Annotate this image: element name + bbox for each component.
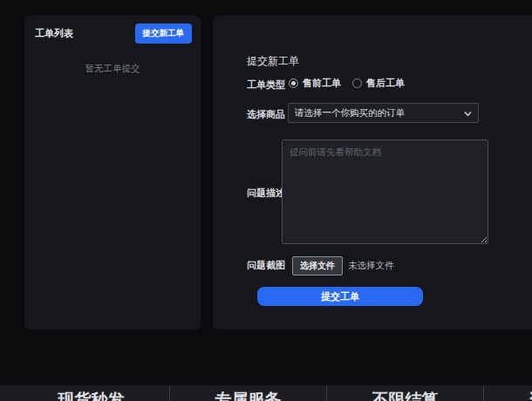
ticket-list-empty-text: 暂无工单提交 (24, 51, 201, 75)
new-ticket-button[interactable]: 提交新工单 (135, 24, 193, 44)
ticket-list-header: 工单列表 提交新工单 (24, 16, 201, 51)
product-select-label: 选择商品 (247, 108, 285, 121)
chevron-down-icon (464, 111, 472, 117)
radio-presale-ticket[interactable]: 售前工单 (289, 77, 341, 90)
radio-button-icon[interactable] (289, 78, 298, 88)
footer-heading: 现货秒发 (13, 391, 169, 401)
radio-presale-label: 售前工单 (303, 77, 341, 90)
ticket-list-panel: 工单列表 提交新工单 暂无工单提交 (24, 16, 201, 330)
description-textarea[interactable] (282, 139, 488, 244)
footer-feature-funds-safety: 资金安全 (484, 385, 532, 401)
footer-feature-unlimited-settlement: 不限结算 (327, 385, 484, 401)
file-upload-control: 选择文件 未选择文件 (292, 256, 394, 275)
submit-ticket-button[interactable]: 提交工单 (257, 287, 423, 306)
ticket-form-panel: 提交新工单 工单类型 售前工单 售后工单 选择商品 请选择一个你购买的的订单 问… (213, 16, 532, 330)
footer-feature-instant-delivery: 现货秒发 (13, 385, 170, 401)
radio-aftersale-label: 售后工单 (366, 77, 405, 90)
ticket-type-radio-group: 售前工单 售后工单 (289, 77, 405, 90)
radio-aftersale-ticket[interactable]: 售后工单 (352, 77, 405, 90)
product-select-value: 请选择一个你购买的的订单 (295, 107, 405, 119)
screenshot-label: 问题截图 (247, 259, 285, 272)
no-file-selected-text: 未选择文件 (348, 260, 394, 272)
description-label: 问题描述 (247, 187, 285, 200)
form-title: 提交新工单 (247, 54, 299, 69)
footer-heading: 资金安全 (484, 391, 532, 401)
choose-file-button[interactable]: 选择文件 (292, 256, 343, 275)
footer-heading: 专属服务 (170, 391, 326, 401)
footer-feature-dedicated-service: 专属服务 (170, 385, 327, 401)
footer-heading: 不限结算 (327, 391, 483, 401)
product-select[interactable]: 请选择一个你购买的的订单 (288, 103, 479, 123)
footer-feature-bar: 现货秒发 专属服务 不限结算 资金安全 (0, 385, 532, 401)
ticket-list-title: 工单列表 (35, 27, 73, 40)
radio-button-icon[interactable] (352, 78, 362, 88)
ticket-type-label: 工单类型 (247, 78, 285, 92)
